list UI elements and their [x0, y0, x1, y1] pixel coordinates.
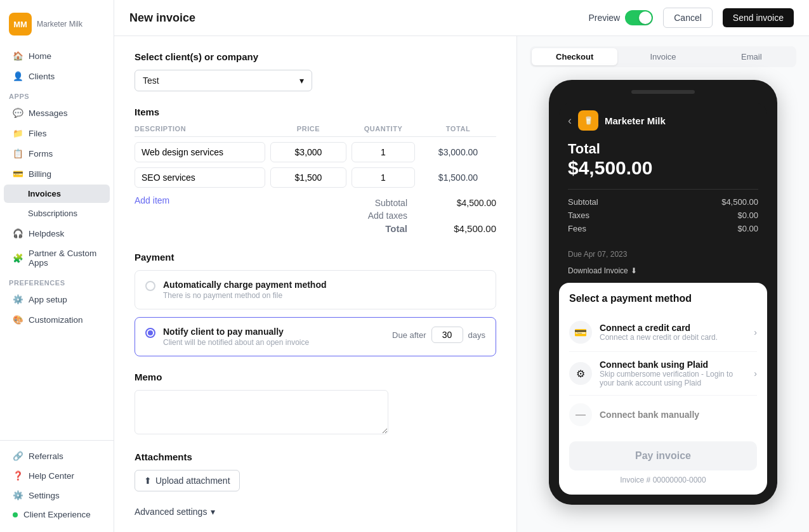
download-icon: ⬇	[631, 266, 637, 275]
sidebar-item-label: Home	[29, 51, 51, 61]
subtotal-row: Subtotal $4,500.00	[568, 197, 758, 207]
sidebar-item-referrals[interactable]: 🔗 Referrals	[4, 446, 110, 465]
sidebar-logo: MM Marketer Milk	[0, 8, 114, 46]
price-input-2[interactable]	[270, 167, 346, 188]
total-2: $1,500.00	[420, 172, 496, 183]
sidebar-item-app-setup[interactable]: ⚙️ App setup	[4, 290, 110, 309]
subtotal-row: Subtotal $4,500.00	[375, 198, 496, 208]
add-item-button[interactable]: Add item	[135, 193, 169, 208]
sidebar-item-billing[interactable]: 💳 Billing	[4, 164, 110, 183]
client-select[interactable]: Test ▾	[135, 70, 312, 91]
settings-icon: ⚙️	[13, 490, 23, 500]
notify-manual-radio[interactable]	[145, 328, 155, 338]
description-input-1[interactable]	[135, 142, 265, 162]
forms-icon: 📋	[13, 148, 23, 159]
sidebar-item-home[interactable]: 🏠 Home	[4, 46, 110, 65]
description-input-2[interactable]	[135, 167, 265, 188]
auto-charge-radio[interactable]	[145, 281, 155, 291]
notify-manual-content: Notify client to pay manually Client wil…	[163, 327, 385, 347]
total-value: $4,500.00	[433, 223, 496, 234]
sidebar-item-settings[interactable]: ⚙️ Settings	[4, 486, 110, 505]
phone-header: ‹ 🥛 Marketer Milk	[559, 103, 767, 136]
subtotal-value: $4,500.00	[433, 198, 496, 208]
logo-box: MM	[9, 13, 32, 36]
clients-icon: 👤	[13, 71, 23, 81]
total-1: $3,000.00	[420, 147, 496, 157]
sidebar-item-customization[interactable]: 🎨 Customization	[4, 310, 110, 329]
sidebar-item-label: Clients	[29, 72, 55, 81]
page-title: New invoice	[129, 11, 578, 25]
credit-card-arrow-icon: ›	[754, 327, 757, 337]
due-after-label: Due after	[392, 330, 426, 340]
phone-summary: Subtotal $4,500.00 Taxes $0.00 Fees $0.0…	[559, 190, 767, 245]
sidebar-item-label: Partner & Custom Apps	[29, 249, 101, 268]
sidebar-item-client-experience[interactable]: Client Experience	[4, 505, 110, 524]
helpdesk-icon: 🎧	[13, 228, 23, 238]
sidebar-item-helpdesk[interactable]: 🎧 Helpdesk	[4, 224, 110, 243]
quantity-input-2[interactable]	[352, 167, 415, 188]
bank-plaid-title: Connect bank using Plaid	[600, 360, 746, 370]
days-input[interactable]	[431, 327, 463, 343]
sidebar-item-clients[interactable]: 👤 Clients	[4, 67, 110, 86]
cancel-button[interactable]: Cancel	[663, 8, 713, 28]
price-input-1[interactable]	[270, 142, 346, 162]
phone-download-invoice[interactable]: Download Invoice ⬇	[559, 264, 767, 283]
notify-manual-title: Notify client to pay manually	[163, 327, 385, 337]
phone-content: ‹ 🥛 Marketer Milk Total $4,500.00	[559, 103, 767, 495]
tab-email[interactable]: Email	[709, 48, 794, 65]
auto-charge-option[interactable]: Automatically charge payment method Ther…	[135, 270, 496, 309]
pay-invoice-button[interactable]: Pay invoice	[569, 441, 757, 470]
taxes-value: $0.00	[737, 211, 758, 220]
table-row: $3,000.00	[135, 142, 496, 162]
phone-wrapper: ‹ 🥛 Marketer Milk Total $4,500.00	[530, 80, 796, 505]
bank-plaid-desc: Skip cumbersome verification - Login to …	[600, 370, 746, 387]
credit-card-icon: 💳	[569, 321, 592, 344]
phone-total-label: Total	[568, 141, 758, 157]
sidebar-item-forms[interactable]: 📋 Forms	[4, 144, 110, 163]
tab-invoice[interactable]: Invoice	[620, 48, 706, 65]
send-invoice-button[interactable]: Send invoice	[723, 8, 794, 27]
tab-checkout[interactable]: Checkout	[532, 48, 617, 65]
invoice-number: Invoice # 00000000-0000	[569, 476, 757, 484]
payment-section: Payment Automatically charge payment met…	[135, 252, 496, 356]
payment-method-bank-plaid[interactable]: ⚙ Connect bank using Plaid Skip cumberso…	[569, 352, 757, 396]
items-header: Description Price Quantity Total	[135, 125, 496, 137]
billing-icon: 💳	[13, 169, 23, 179]
notify-manual-option[interactable]: Notify client to pay manually Client wil…	[135, 317, 496, 356]
status-dot	[13, 512, 18, 517]
client-selected-value: Test	[143, 75, 159, 86]
auto-charge-content: Automatically charge payment method Ther…	[163, 280, 485, 300]
memo-textarea[interactable]	[135, 390, 388, 434]
payment-label: Payment	[135, 252, 496, 263]
sidebar-item-label: App setup	[29, 295, 67, 304]
table-row: $1,500.00	[135, 167, 496, 188]
sidebar-item-label: Messages	[29, 108, 68, 118]
sidebar-item-subscriptions[interactable]: Subscriptions	[4, 204, 110, 223]
sidebar: MM Marketer Milk 🏠 Home 👤 Clients Apps 💬…	[0, 0, 114, 532]
sidebar-item-label: Forms	[29, 149, 53, 159]
quantity-input-1[interactable]	[352, 142, 415, 162]
auto-charge-title: Automatically charge payment method	[163, 280, 485, 290]
preview-toggle[interactable]	[625, 10, 653, 25]
sidebar-item-label: Client Experience	[23, 510, 91, 519]
topbar: New invoice Preview Cancel Send invoice	[114, 0, 809, 36]
customization-icon: 🎨	[13, 315, 23, 325]
phone-total-section: Total $4,500.00	[559, 136, 767, 189]
preferences-section-label: Preferences	[0, 273, 114, 289]
sidebar-item-messages[interactable]: 💬 Messages	[4, 103, 110, 122]
payment-method-bank-manual[interactable]: — Connect bank manually	[569, 396, 757, 434]
taxes-row: Taxes $0.00	[568, 211, 758, 220]
payment-method-credit-card[interactable]: 💳 Connect a credit card Connect a new cr…	[569, 313, 757, 352]
sidebar-item-label: Billing	[29, 169, 51, 179]
sidebar-item-label: Invoices	[28, 189, 61, 198]
upload-attachment-button[interactable]: ⬆ Upload attachment	[135, 470, 240, 491]
sidebar-item-partner-custom-apps[interactable]: 🧩 Partner & Custom Apps	[4, 244, 110, 272]
sidebar-item-help-center[interactable]: ❓ Help Center	[4, 466, 110, 485]
back-icon[interactable]: ‹	[568, 114, 572, 127]
upload-label: Upload attachment	[155, 476, 230, 486]
sidebar-item-invoices[interactable]: Invoices	[4, 185, 110, 203]
advanced-settings[interactable]: Advanced settings ▾	[135, 507, 496, 517]
chevron-down-icon: ▾	[299, 75, 304, 86]
sidebar-item-files[interactable]: 📁 Files	[4, 124, 110, 143]
toggle-knob	[639, 11, 652, 24]
